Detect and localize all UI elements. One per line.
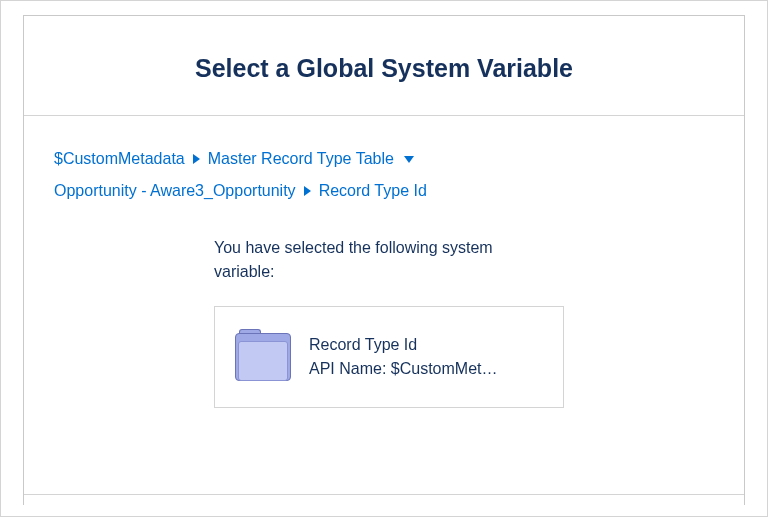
- breadcrumb-row-1: $CustomMetadata Master Record Type Table: [54, 150, 714, 168]
- crumb-custommetadata[interactable]: $CustomMetadata: [54, 150, 185, 168]
- chevron-right-icon: [304, 186, 311, 196]
- crumb-opportunity-aware3[interactable]: Opportunity - Aware3_Opportunity: [54, 182, 296, 200]
- crumb-master-record-type-table[interactable]: Master Record Type Table: [208, 150, 394, 168]
- crumb-record-type-id[interactable]: Record Type Id: [319, 182, 427, 200]
- dialog-title: Select a Global System Variable: [44, 54, 724, 83]
- dialog-header: Select a Global System Variable: [24, 16, 744, 116]
- chevron-down-icon[interactable]: [404, 156, 414, 163]
- dialog-panel: Select a Global System Variable $CustomM…: [23, 15, 745, 505]
- chevron-right-icon: [193, 154, 200, 164]
- folder-icon: [235, 329, 291, 385]
- dialog-footer: [24, 494, 744, 516]
- selected-intro-text: You have selected the following system v…: [214, 236, 534, 284]
- selected-variable-card: Record Type Id API Name: $CustomMet…: [214, 306, 564, 408]
- breadcrumb-row-2: Opportunity - Aware3_Opportunity Record …: [54, 182, 714, 200]
- window-frame: Select a Global System Variable $CustomM…: [0, 0, 768, 517]
- selected-block: You have selected the following system v…: [214, 236, 714, 408]
- selected-variable-api: API Name: $CustomMet…: [309, 357, 498, 381]
- selected-variable-text: Record Type Id API Name: $CustomMet…: [309, 333, 498, 381]
- selected-variable-label: Record Type Id: [309, 333, 498, 357]
- dialog-body: $CustomMetadata Master Record Type Table…: [24, 116, 744, 428]
